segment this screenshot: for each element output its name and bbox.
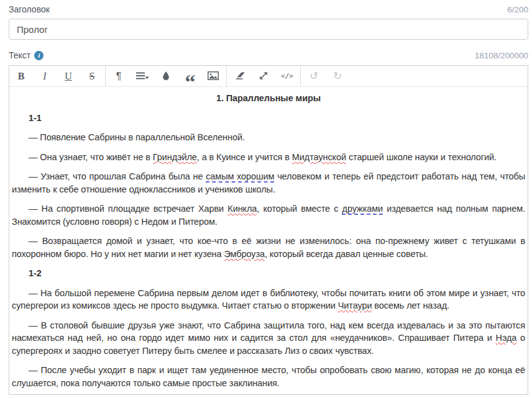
text-run: , который вместе с <box>257 204 342 214</box>
spellcheck-error: Кинкла <box>227 204 257 214</box>
spellcheck-error: Эмброуза <box>224 249 265 259</box>
strikethrough-icon: S <box>89 71 95 81</box>
text-label-wrap: Текст <box>9 50 44 60</box>
toolbar-separator <box>226 66 227 86</box>
spellcheck-error: Нэда <box>496 333 517 343</box>
text-run: 1-1 <box>29 113 42 123</box>
title-label: Заголовок <box>9 4 50 14</box>
text-run: — Узнает, что прошлая Сабрина была не <box>29 171 206 181</box>
bold-icon: B <box>18 71 25 81</box>
paragraph: — Она узнает, что живёт не в Гриндэйле, … <box>12 151 525 164</box>
redo-button[interactable]: ↻ <box>326 66 349 86</box>
text-run: — В столовой бывшие друзья уже знают, чт… <box>12 320 525 343</box>
blockquote-icon: “ <box>185 71 195 93</box>
spellcheck-error: Гриндэйле <box>153 152 197 162</box>
rich-text-editor: BIUS¶“</>↺↻ 1. Параллельные миры1-1— Поя… <box>9 65 528 395</box>
clear-format-button[interactable] <box>228 66 252 86</box>
grammar-hint: дружками <box>342 204 383 214</box>
editor-toolbar: BIUS¶“</>↺↻ <box>9 66 528 87</box>
underline-button[interactable]: U <box>57 66 80 86</box>
redo-icon: ↻ <box>333 71 342 81</box>
undo-button[interactable]: ↺ <box>302 66 326 86</box>
toolbar-separator <box>105 66 106 86</box>
toolbar-separator <box>300 66 301 86</box>
paragraph: — Узнает, что прошлая Сабрина была не са… <box>12 170 525 196</box>
chapter-title: 1. Параллельные миры <box>12 92 525 105</box>
editor-content[interactable]: 1. Параллельные миры1-1— Появление Сабри… <box>9 87 528 389</box>
scene-heading: 1-2 <box>12 267 525 280</box>
page: Заголовок 6/200 Текст 18108/200000 BIUS¶… <box>0 0 532 395</box>
text-label: Текст <box>9 50 30 60</box>
text-run: — На спортивной площадке встречает Харви <box>29 204 227 214</box>
code-icon: </> <box>281 73 293 79</box>
fullscreen-button[interactable] <box>252 66 275 86</box>
grammar-hint: самым хорошим <box>206 171 274 181</box>
strikethrough-button[interactable]: S <box>80 66 104 86</box>
droplet-icon <box>162 71 170 82</box>
bold-button[interactable]: B <box>9 66 33 86</box>
spellcheck-error: Мидтаунской <box>292 152 346 162</box>
text-run: 1. Параллельные миры <box>216 93 321 103</box>
paragraph: — После учебы уходит в парк и ищет там у… <box>12 364 525 389</box>
text-run: восемь лет назад. <box>372 301 449 310</box>
undo-icon: ↺ <box>310 71 318 81</box>
text-counter: 18108/200000 <box>475 51 528 60</box>
title-input[interactable] <box>9 19 528 40</box>
paragraph: — На спортивной площадке встречает Харви… <box>12 202 525 228</box>
paragraph: — В столовой бывшие друзья уже знают, чт… <box>12 319 525 358</box>
text-run: — Она узнает, что живёт не в <box>29 152 153 162</box>
text-run: — Появление Сабрины в параллельной Вселе… <box>29 132 245 142</box>
spellcheck-error: Читаури <box>338 301 372 310</box>
info-icon[interactable] <box>34 51 44 60</box>
text-run: 1-2 <box>29 268 42 278</box>
title-field-header: Заголовок 6/200 <box>9 4 528 14</box>
blockquote-button[interactable]: “ <box>178 66 201 86</box>
italic-icon: I <box>43 71 46 81</box>
text-run: — После учебы уходит в парк и ищет там у… <box>12 365 525 388</box>
align-button[interactable] <box>131 66 154 86</box>
text-run: , а в Куинсе и учится в <box>197 152 292 162</box>
paragraph-icon: ¶ <box>116 71 122 81</box>
align-icon <box>135 71 149 82</box>
image-icon <box>208 71 219 81</box>
eraser-icon <box>234 71 245 81</box>
paragraph: — На большой перемене Сабрина первым дел… <box>12 287 525 312</box>
underline-icon: U <box>65 71 72 81</box>
text-color-button[interactable] <box>154 66 178 86</box>
italic-button[interactable]: I <box>33 66 57 86</box>
expand-icon <box>259 71 268 81</box>
paragraph-button[interactable]: ¶ <box>107 66 131 86</box>
insert-image-button[interactable] <box>201 66 225 86</box>
scene-heading: 1-1 <box>12 112 525 125</box>
text-field-header: Текст 18108/200000 <box>9 50 528 60</box>
code-button[interactable]: </> <box>275 66 299 86</box>
paragraph: — Возвращается домой и узнает, что кое-ч… <box>12 235 525 260</box>
text-run: , который всегда давал ценные советы. <box>265 249 428 259</box>
paragraph: — Появление Сабрины в параллельной Вселе… <box>12 131 525 144</box>
text-run: старшей школе науки и технологий. <box>346 152 497 162</box>
title-counter: 6/200 <box>507 5 528 14</box>
